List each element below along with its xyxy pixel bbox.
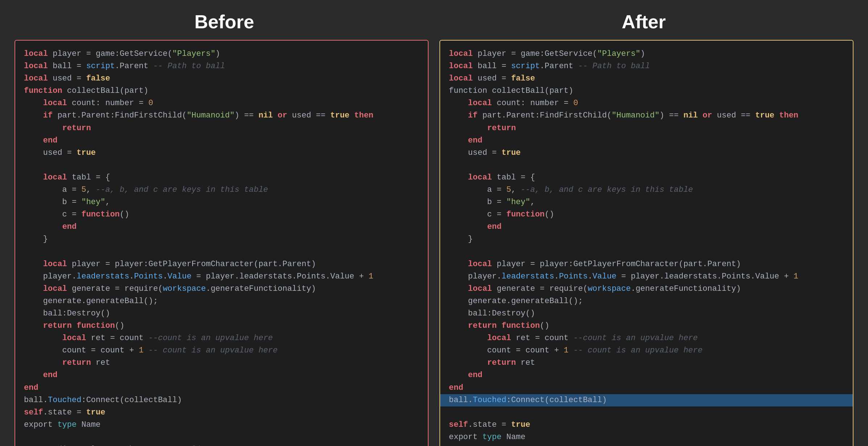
after-panel: local player = game:GetService("Players"… [439, 40, 853, 446]
after-title: After [434, 11, 853, 33]
before-code: local player = game:GetService("Players"… [24, 48, 419, 446]
after-code: local player = game:GetService("Players"… [449, 48, 844, 446]
before-title: Before [15, 11, 434, 33]
before-panel: local player = game:GetService("Players"… [15, 40, 429, 446]
